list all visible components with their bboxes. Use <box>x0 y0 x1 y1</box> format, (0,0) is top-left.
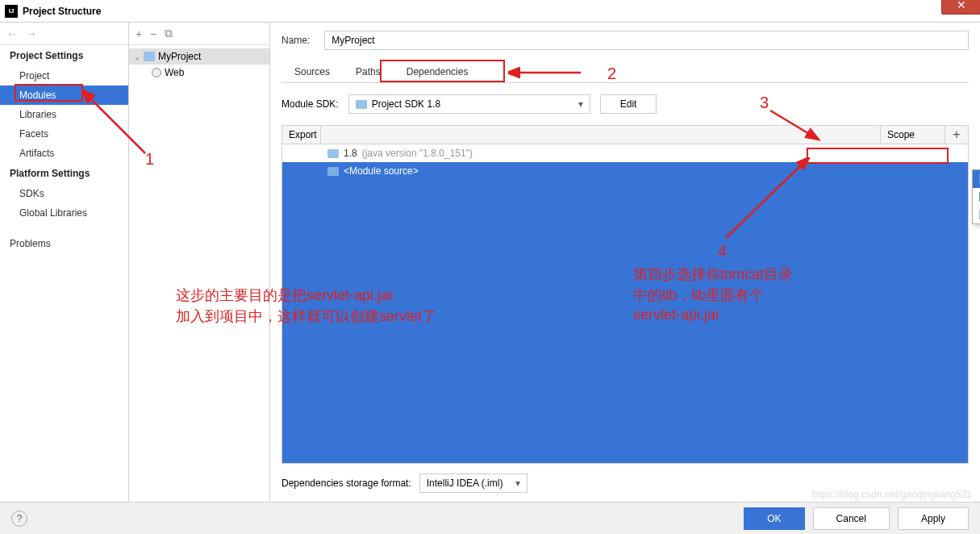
col-scope[interactable]: Scope <box>881 126 945 144</box>
popup-jars[interactable]: 1 JARs or directories... <box>973 170 980 188</box>
folder-icon <box>144 52 155 61</box>
dep-row-module-source[interactable]: <Module source> <box>282 162 968 180</box>
add-icon[interactable]: + <box>136 27 142 40</box>
dep-name: 1.8 <box>344 148 357 159</box>
tree-root-label: MyProject <box>158 51 201 62</box>
close-button[interactable]: ✕ <box>941 0 980 15</box>
add-dependency-button[interactable]: + <box>945 126 968 144</box>
nav-libraries[interactable]: Libraries <box>0 105 128 124</box>
dependencies-table: Export Scope + 1.8 (java version "1.8.0_… <box>281 125 969 464</box>
tab-sources[interactable]: Sources <box>281 61 343 82</box>
dep-hint: (java version "1.8.0_151") <box>362 148 473 159</box>
sdk-label: Module SDK: <box>281 98 339 110</box>
sdk-select[interactable]: Project SDK 1.8 <box>348 94 590 114</box>
edit-sdk-button[interactable]: Edit <box>600 94 657 114</box>
remove-icon[interactable]: − <box>150 27 156 40</box>
storage-value: IntelliJ IDEA (.iml) <box>427 478 503 489</box>
name-label: Name: <box>281 35 310 46</box>
cancel-button[interactable]: Cancel <box>813 507 890 530</box>
folder-icon <box>356 100 367 109</box>
web-icon <box>152 68 161 77</box>
tree-child-label: Web <box>165 67 184 78</box>
add-dependency-popup: 1 JARs or directories... 2 Library... 3 … <box>972 169 980 224</box>
copy-icon[interactable]: ⧉ <box>165 27 173 40</box>
dialog-button-bar: ? OK Cancel Apply <box>0 502 980 534</box>
nav-global-libraries[interactable]: Global Libraries <box>0 203 128 223</box>
storage-label: Dependencies storage format: <box>281 478 411 489</box>
sdk-value: Project SDK 1.8 <box>372 98 440 110</box>
intellij-icon: IJ <box>5 5 18 18</box>
back-arrow-icon[interactable]: ← <box>6 27 18 40</box>
titlebar: IJ Project Structure ✕ <box>0 0 980 23</box>
nav-modules[interactable]: Modules <box>0 86 128 105</box>
folder-icon <box>327 167 339 176</box>
nav-problems[interactable]: Problems <box>0 234 128 253</box>
tab-dependencies[interactable]: Dependencies <box>394 61 482 82</box>
dep-name: <Module source> <box>344 165 419 177</box>
nav-project[interactable]: Project <box>0 66 128 86</box>
folder-icon <box>327 149 339 158</box>
watermark: https://blog.csdn.net/gaoqingliang521 <box>811 489 972 500</box>
tree-root-myproject[interactable]: ⌄ MyProject <box>129 48 269 65</box>
nav-artifacts[interactable]: Artifacts <box>0 144 128 163</box>
nav-facets[interactable]: Facets <box>0 124 128 144</box>
tree-child-web[interactable]: Web <box>129 65 269 81</box>
module-detail-panel: Name: Sources Paths Dependencies Module … <box>270 23 980 502</box>
help-button[interactable]: ? <box>11 511 27 527</box>
tab-paths[interactable]: Paths <box>343 61 394 82</box>
forward-arrow-icon[interactable]: → <box>26 27 37 40</box>
chevron-down-icon: ⌄ <box>134 52 140 61</box>
name-input[interactable] <box>324 31 969 50</box>
left-nav-panel: ← → Project Settings Project Modules Lib… <box>0 23 129 502</box>
col-name <box>321 126 881 144</box>
apply-button[interactable]: Apply <box>898 507 969 530</box>
module-tree-panel: + − ⧉ ⌄ MyProject Web <box>129 23 270 502</box>
popup-library[interactable]: 2 Library... <box>973 188 980 206</box>
ok-button[interactable]: OK <box>744 507 804 530</box>
section-project-settings: Project Settings <box>0 45 128 66</box>
window-title: Project Structure <box>23 6 101 17</box>
nav-sdks[interactable]: SDKs <box>0 184 128 203</box>
col-export[interactable]: Export <box>282 126 321 144</box>
popup-module-dep[interactable]: 3 Module Dependency... <box>973 206 980 223</box>
section-platform-settings: Platform Settings <box>0 163 128 184</box>
dep-row-jdk[interactable]: 1.8 (java version "1.8.0_151") <box>282 144 968 162</box>
storage-select[interactable]: IntelliJ IDEA (.iml) <box>419 474 528 493</box>
